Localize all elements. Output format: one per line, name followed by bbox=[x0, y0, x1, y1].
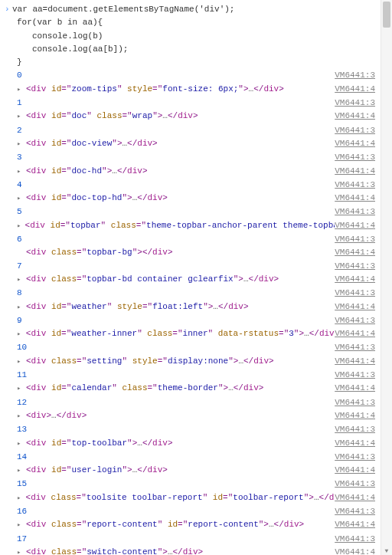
source-link[interactable]: VM6441:4 bbox=[335, 518, 378, 531]
element-preview[interactable]: <div class="toolsite toolbar-report" id=… bbox=[26, 491, 335, 504]
element-preview[interactable]: <div class="topbar-bg"></div> bbox=[5, 246, 173, 259]
element-preview[interactable]: <div>…</div> bbox=[26, 409, 87, 422]
source-link[interactable]: VM6441:3 bbox=[335, 151, 378, 164]
element-preview[interactable]: <div id="doc-hd">…</div> bbox=[26, 165, 148, 178]
code-text: for(var b in aa){ bbox=[17, 18, 103, 27]
expand-toggle-icon[interactable]: ▸ bbox=[5, 328, 26, 341]
scrollbar-thumb[interactable] bbox=[383, 2, 390, 28]
expand-toggle-icon[interactable]: ▸ bbox=[5, 465, 26, 478]
log-element-row: ▸<div class="report-content" id="report-… bbox=[5, 518, 378, 532]
source-link[interactable]: VM6441:3 bbox=[335, 369, 378, 382]
source-link[interactable]: VM6441:3 bbox=[335, 478, 378, 491]
expand-toggle-icon[interactable]: ▸ bbox=[5, 84, 26, 97]
source-link[interactable]: VM6441:3 bbox=[335, 287, 378, 300]
element-preview[interactable]: <div id="doc-top-hd">…</div> bbox=[26, 192, 168, 205]
expand-toggle-icon[interactable]: ▸ bbox=[5, 274, 26, 287]
expand-toggle-icon[interactable]: ▸ bbox=[5, 301, 26, 314]
source-link[interactable]: VM6441:4 bbox=[335, 491, 378, 504]
log-element-row: <div class="topbar-bg"></div>VM6441:4 bbox=[5, 246, 378, 259]
element-preview[interactable]: <div class="report-content" id="report-c… bbox=[26, 518, 304, 531]
log-element-row: ▸<div id="doc-top-hd">…</div>VM6441:4 bbox=[5, 192, 378, 205]
element-preview[interactable]: <div id="doc" class="wrap">…</div> bbox=[26, 110, 198, 123]
source-link[interactable]: VM6441:4 bbox=[335, 437, 378, 450]
source-link[interactable]: VM6441:3 bbox=[335, 233, 378, 246]
scrollbar-track[interactable]: ▲ ▼ bbox=[381, 0, 392, 555]
log-index-row: 13VM6441:3 bbox=[5, 423, 378, 436]
log-index: 3 bbox=[5, 151, 22, 164]
element-preview[interactable]: <div id="weather" style="float:left">…</… bbox=[26, 300, 249, 314]
expand-toggle-icon[interactable]: ▸ bbox=[5, 166, 26, 179]
source-link[interactable]: VM6441:4 bbox=[335, 409, 378, 422]
source-link[interactable]: VM6441:3 bbox=[335, 205, 378, 218]
source-link[interactable]: VM6441:3 bbox=[335, 341, 378, 354]
log-element-row: ▸<div id="weather-inner" class="inner" d… bbox=[5, 327, 378, 341]
source-link[interactable]: VM6441:3 bbox=[335, 505, 378, 518]
log-index: 10 bbox=[5, 341, 27, 354]
source-link[interactable]: VM6441:3 bbox=[335, 533, 378, 546]
source-link[interactable]: VM6441:4 bbox=[335, 83, 378, 96]
log-element-row: ▸<div id="doc-view">…</div>VM6441:4 bbox=[5, 137, 378, 151]
element-preview[interactable]: <div id="zoom-tips" style="font-size: 6p… bbox=[26, 83, 284, 96]
log-element-row: ▸<div id="top-toolbar">…</div>VM6441:4 bbox=[5, 437, 378, 451]
element-preview[interactable]: <div id="user-login">…</div> bbox=[26, 464, 168, 477]
expand-toggle-icon[interactable]: ▸ bbox=[5, 492, 26, 505]
source-link[interactable]: VM6441:4 bbox=[335, 219, 378, 232]
code-text: console.log(aa[b]); bbox=[32, 44, 128, 54]
log-element-row: ▸<div class="topbar-bd container gclearf… bbox=[5, 273, 378, 287]
expand-toggle-icon[interactable]: ▸ bbox=[5, 220, 25, 233]
element-preview[interactable]: <div id="weather-inner" class="inner" da… bbox=[26, 327, 335, 340]
source-link[interactable]: VM6441:3 bbox=[335, 451, 378, 464]
expand-toggle-icon[interactable]: ▸ bbox=[5, 356, 26, 369]
element-preview[interactable]: <div id="top-toolbar">…</div> bbox=[26, 437, 173, 450]
log-index: 4 bbox=[5, 179, 22, 192]
source-link[interactable]: VM6441:3 bbox=[335, 396, 378, 409]
log-index: 0 bbox=[5, 69, 22, 82]
source-link[interactable]: VM6441:4 bbox=[335, 273, 378, 286]
expand-toggle-icon[interactable]: ▸ bbox=[5, 383, 26, 396]
element-preview[interactable]: <div class="switch-content">…</div> bbox=[26, 546, 203, 555]
source-link[interactable]: VM6441:4 bbox=[335, 110, 378, 123]
source-link[interactable]: VM6441:4 bbox=[335, 355, 378, 368]
element-preview[interactable]: <div class="setting" style="display:none… bbox=[26, 355, 274, 368]
source-link[interactable]: VM6441:4 bbox=[335, 192, 378, 205]
source-link[interactable]: VM6441:4 bbox=[335, 246, 378, 259]
source-link[interactable]: VM6441:4 bbox=[335, 546, 378, 555]
expand-toggle-icon[interactable]: ▸ bbox=[5, 110, 26, 123]
element-preview[interactable]: <div class="topbar-bd container gclearfi… bbox=[26, 273, 279, 286]
source-link[interactable]: VM6441:3 bbox=[335, 69, 378, 82]
log-index-row: 7VM6441:3 bbox=[5, 260, 378, 273]
source-link[interactable]: VM6441:3 bbox=[335, 314, 378, 327]
log-index-row: 16VM6441:3 bbox=[5, 505, 378, 518]
source-link[interactable]: VM6441:4 bbox=[335, 165, 378, 178]
expand-toggle-icon[interactable]: ▸ bbox=[5, 410, 26, 423]
element-preview[interactable]: <div id="calendar" class="theme-border">… bbox=[26, 382, 263, 395]
log-index-row: 11VM6441:3 bbox=[5, 369, 378, 382]
element-preview[interactable]: <div id="topbar" class="theme-topbar-anc… bbox=[25, 219, 335, 232]
source-link[interactable]: VM6441:3 bbox=[335, 179, 378, 192]
expand-toggle-icon[interactable]: ▸ bbox=[5, 519, 26, 532]
source-link[interactable]: VM6441:4 bbox=[335, 137, 378, 150]
source-link[interactable]: VM6441:3 bbox=[335, 97, 378, 110]
source-link[interactable]: VM6441:3 bbox=[335, 124, 378, 137]
log-index-row: 0VM6441:3 bbox=[5, 69, 378, 82]
source-link[interactable]: VM6441:4 bbox=[335, 382, 378, 395]
scroll-down-arrow[interactable]: ▼ bbox=[383, 547, 390, 555]
element-preview[interactable]: <div id="doc-view">…</div> bbox=[26, 137, 158, 150]
expand-toggle-icon[interactable]: ▸ bbox=[5, 192, 26, 205]
console-input-line: console.log(aa[b]); bbox=[5, 43, 378, 56]
log-index: 8 bbox=[5, 287, 22, 300]
log-index: 13 bbox=[5, 423, 27, 436]
source-link[interactable]: VM6441:4 bbox=[335, 327, 378, 340]
expand-toggle-icon[interactable]: ▸ bbox=[5, 138, 26, 151]
source-link[interactable]: VM6441:3 bbox=[335, 423, 378, 436]
log-index-row: 8VM6441:3 bbox=[5, 287, 378, 300]
log-index-row: 15VM6441:3 bbox=[5, 478, 378, 491]
source-link[interactable]: VM6441:3 bbox=[335, 260, 378, 273]
source-link[interactable]: VM6441:4 bbox=[335, 300, 378, 314]
log-index-row: 10VM6441:3 bbox=[5, 341, 378, 354]
expand-toggle-icon[interactable]: ▸ bbox=[5, 438, 26, 451]
source-link[interactable]: VM6441:4 bbox=[335, 464, 378, 477]
expand-toggle-icon[interactable]: ▸ bbox=[5, 547, 26, 555]
log-index-row: 14VM6441:3 bbox=[5, 451, 378, 464]
log-index-row: 12VM6441:3 bbox=[5, 396, 378, 409]
